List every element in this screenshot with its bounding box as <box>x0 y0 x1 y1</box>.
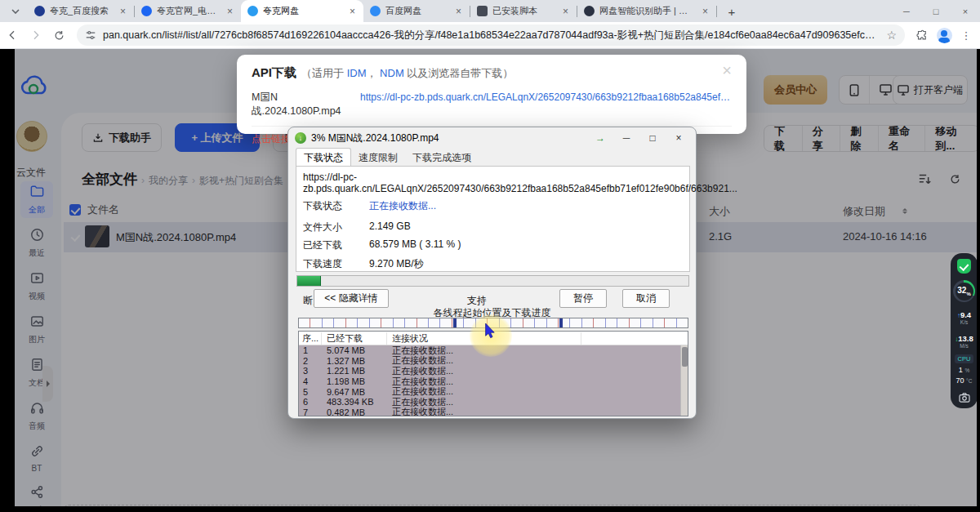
cancel-button[interactable]: 取消 <box>622 289 670 308</box>
thread-row[interactable]: 41.198 MB正在接收数据... <box>299 376 680 387</box>
segment-cell <box>558 318 569 327</box>
window-close-button[interactable]: × <box>951 0 980 22</box>
thread-seq: 4 <box>299 376 322 386</box>
idm-title-bar[interactable]: ↓ 3% M国N战.2024.1080P.mp4 → ─ □ × <box>288 127 696 149</box>
baidu-pan-icon <box>370 6 381 16</box>
thread-downloaded: 1.221 MB <box>322 366 387 376</box>
thread-downloaded: 1.198 MB <box>322 376 387 386</box>
browser-tab[interactable]: 夸克网盘× <box>241 0 363 22</box>
idm-field-label: 下载状态 <box>303 199 369 213</box>
quark-browser-icon <box>141 6 152 16</box>
screenshot-camera-icon[interactable] <box>959 391 970 406</box>
thread-downloaded: 9.647 MB <box>322 387 387 397</box>
segment-cell <box>310 318 321 327</box>
quark-pan-icon <box>247 6 258 16</box>
segment-cell <box>640 318 652 327</box>
browser-tab[interactable]: 百度网盘× <box>363 0 470 22</box>
idm-scheduler-arrow-icon[interactable]: → <box>590 132 611 144</box>
profile-button[interactable] <box>933 28 956 43</box>
browser-tab[interactable]: 夸克官网_电脑版下载_你的× <box>135 0 241 22</box>
left-matte <box>0 49 15 512</box>
score-ring: 32% <box>953 280 975 302</box>
thread-row[interactable]: 70.482 MB正在接收数据... <box>299 407 680 416</box>
threads-scrollbar-thumb[interactable] <box>682 347 688 367</box>
url-bar[interactable]: pan.quark.cn/list#/list/all/7276cb8f6857… <box>77 24 905 46</box>
idm-tab-1[interactable]: 下载状态 <box>296 148 351 167</box>
profile-avatar <box>937 28 952 43</box>
idm-tab-3[interactable]: 下载完成选项 <box>405 149 479 167</box>
idm-field-row: 已经下载68.579 MB ( 3.11 % ) <box>303 238 683 252</box>
thread-seq: 2 <box>299 356 322 366</box>
pause-button[interactable]: 暂停 <box>559 289 607 308</box>
back-icon[interactable] <box>0 29 24 42</box>
browser-tab[interactable]: 夸克_百度搜索× <box>28 0 134 22</box>
thread-row[interactable]: 59.647 MB正在接收数据... <box>299 386 680 397</box>
threads-col-seq[interactable]: 序... <box>299 332 322 345</box>
browser-nav-bar: pan.quark.cn/list#/list/all/7276cb8f6857… <box>0 22 980 49</box>
tab-close-icon[interactable]: × <box>348 6 357 17</box>
segment-cell <box>369 318 381 327</box>
script-manager-icon <box>477 6 488 16</box>
idm-tab-2[interactable]: 速度限制 <box>351 149 405 167</box>
browser-menu-icon[interactable]: ⋮ <box>956 29 977 42</box>
idm-minimize-button[interactable]: ─ <box>616 132 637 144</box>
right-matte <box>977 49 980 512</box>
reload-icon[interactable] <box>47 29 70 42</box>
idm-download-dialog: ↓ 3% M国N战.2024.1080P.mp4 → ─ □ × 下载状态速度限… <box>287 127 697 419</box>
thread-seq: 3 <box>299 366 322 376</box>
tab-search-chevron-icon[interactable] <box>7 2 24 20</box>
tab-close-icon[interactable]: × <box>701 6 710 17</box>
tab-close-icon[interactable]: × <box>225 6 234 17</box>
tab-close-icon[interactable]: × <box>454 6 463 17</box>
tab-close-icon[interactable]: × <box>118 6 127 17</box>
thread-status: 正在接收数据... <box>387 406 453 416</box>
monkey-helper-icon <box>584 6 595 16</box>
ndm-link[interactable]: NDM <box>380 67 404 79</box>
thread-downloaded: 1.327 MB <box>322 356 387 366</box>
segment-cell <box>653 318 664 327</box>
threads-col-downloaded[interactable]: 已经下载 <box>322 332 387 345</box>
idm-field-value: 9.270 MB/秒 <box>369 257 424 271</box>
api-dialog-close-icon[interactable]: × <box>722 61 732 80</box>
thread-row[interactable]: 21.327 MB正在接收数据... <box>299 356 680 367</box>
idm-field-row: 文件大小2.149 GB <box>303 220 683 234</box>
tab-close-icon[interactable]: × <box>561 6 570 17</box>
system-monitor-widget[interactable]: 32% ↑9.4 K/s ↓13.8 M/s CPU 1 % 70 °C <box>951 253 978 408</box>
screen: 夸克_百度搜索×夸克官网_电脑版下载_你的×夸克网盘×百度网盘×已安装脚本×网盘… <box>0 0 980 512</box>
idm-progress-bar <box>296 275 689 287</box>
thread-row[interactable]: 31.221 MB正在接收数据... <box>299 366 680 376</box>
extensions-icon[interactable] <box>911 29 933 42</box>
api-file-link[interactable]: https://dl-pc-zb.pds.quark.cn/LEGALqnX/2… <box>360 91 732 103</box>
idm-field-value: 68.579 MB ( 3.11 % ) <box>369 238 461 252</box>
browser-tab[interactable]: 网盘智能识别助手 | 油小猴× <box>577 0 716 22</box>
threads-scrollbar[interactable] <box>680 345 688 416</box>
window-maximize-button[interactable]: □ <box>921 0 951 22</box>
browser-tab[interactable]: 已安装脚本× <box>470 0 577 22</box>
segment-cell <box>439 318 451 327</box>
window-controls: ─ □ × <box>892 0 980 22</box>
idm-link[interactable]: IDM <box>347 67 367 79</box>
idm-field-row: 下载速度9.270 MB/秒 <box>303 257 683 271</box>
tab-divider <box>716 6 717 17</box>
idm-close-button[interactable]: × <box>668 132 689 144</box>
segment-cell <box>523 318 534 327</box>
segment-cell <box>664 318 675 327</box>
forward-icon[interactable] <box>24 29 47 42</box>
tabs-container: 夸克_百度搜索×夸克官网_电脑版下载_你的×夸克网盘×百度网盘×已安装脚本×网盘… <box>28 0 717 22</box>
bookmark-star-icon[interactable]: ☆ <box>886 29 897 42</box>
idm-tab-strip: 下载状态速度限制下载完成选项 <box>296 151 479 167</box>
site-settings-icon[interactable] <box>85 29 96 41</box>
idm-maximize-button[interactable]: □ <box>642 132 663 144</box>
api-download-dialog: × API下载 （适用于 IDM， NDM 以及浏览器自带下载） M国N战.20… <box>237 55 746 134</box>
new-tab-button[interactable]: + <box>722 2 742 21</box>
segment-cell <box>534 318 546 327</box>
hide-details-button[interactable]: << 隐藏详情 <box>314 289 389 308</box>
segment-cell <box>381 318 392 327</box>
segment-cell <box>404 318 416 327</box>
thread-row[interactable]: 6483.394 KB正在接收数据... <box>299 397 680 407</box>
score-value: 32% <box>957 286 970 296</box>
tab-label: 夸克网盘 <box>263 5 343 17</box>
window-minimize-button[interactable]: ─ <box>892 0 921 22</box>
thread-seq: 5 <box>299 387 322 397</box>
tab-label: 夸克_百度搜索 <box>50 5 114 17</box>
